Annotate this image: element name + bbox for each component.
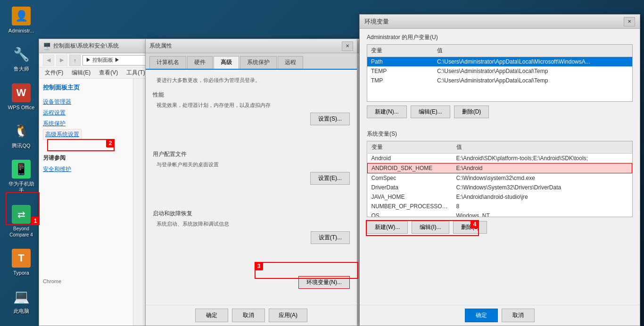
my-computer-label: 此电脑 <box>14 308 29 314</box>
sys-var-row-driverdata[interactable]: DriverDataC:\Windows\System32\Drivers\Dr… <box>368 183 632 192</box>
env-ok-button[interactable]: 确定 <box>465 309 498 322</box>
user-var-path-name: Path <box>367 57 433 67</box>
cp-sidebar-link-protection[interactable]: 系统保护 <box>43 118 129 129</box>
env-cancel-button[interactable]: 取消 <box>502 309 535 322</box>
up-button[interactable]: ↑ <box>69 55 81 66</box>
section-startup: 启动和故障恢复 系统启动、系统故障和调试信息 设置(T)... <box>153 210 350 262</box>
icon-wps[interactable]: W WPS Office <box>5 82 38 113</box>
sys-var-value-android: E:\Android\SDK\platform-tools;E:\Android… <box>453 154 632 163</box>
my-computer-icon: 💻 <box>12 287 31 306</box>
cp-sidebar-home[interactable]: 控制面板主页 <box>43 83 129 92</box>
wps-label: WPS Office <box>8 104 35 111</box>
tab-computer[interactable]: 计算机名 <box>149 56 186 69</box>
section-performance: 性能 视觉效果，处理器计划，内存使用，以及虚拟内存 设置(S)... <box>153 91 350 143</box>
icon-beyond-compare[interactable]: ⇄ Beyond Compare 4 <box>5 203 38 240</box>
cp-sidebar: 控制面板主页 设备管理器 远程设置 系统保护 高级系统设置 另请参阅 安全和维护… <box>39 79 133 326</box>
icon-my-computer[interactable]: 💻 此电脑 <box>5 285 38 316</box>
sys-var-value-comspec: C:\Windows\system32\cmd.exe <box>453 173 632 183</box>
sys-var-row-android[interactable]: AndroidE:\Android\SDK\platform-tools;E:\… <box>368 154 632 163</box>
sys-props-titlebar[interactable]: 系统属性 ✕ <box>146 39 357 53</box>
user-var-temp-name: TEMP <box>367 66 433 76</box>
tab-remote[interactable]: 远程 <box>278 56 303 69</box>
icon-network[interactable]: 🌐 网络 <box>5 323 38 326</box>
performance-btn[interactable]: 设置(S)... <box>310 113 350 125</box>
startup-title: 启动和故障恢复 <box>153 210 350 218</box>
sys-props-cancel[interactable]: 取消 <box>232 309 265 322</box>
back-button[interactable]: ◀ <box>43 55 54 66</box>
user-var-row-temp[interactable]: TEMP C:\Users\Administrator\AppData\Loca… <box>367 66 632 76</box>
user-profiles-desc: 与登录帐户相关的桌面设置 <box>153 161 350 168</box>
cp-sidebar-link-device[interactable]: 设备管理器 <box>43 97 129 107</box>
section-user-profiles: 用户配置文件 与登录帐户相关的桌面设置 设置(E)... <box>153 150 350 203</box>
sys-var-row-number_of_processors[interactable]: NUMBER_OF_PROCESSORS8 <box>368 202 632 211</box>
env-close-button[interactable]: ✕ <box>624 17 635 26</box>
sys-new-button[interactable]: 新建(W)... <box>367 221 408 234</box>
sys-var-col-value: 值 <box>453 141 632 154</box>
huawei-label: 华为手机助手 <box>7 180 36 194</box>
sys-props-apply[interactable]: 应用(A) <box>269 309 307 322</box>
user-delete-button[interactable]: 删除(D) <box>454 106 489 118</box>
sys-var-name-driverdata: DriverData <box>368 183 453 192</box>
user-var-tmp-name: TMP <box>367 76 433 85</box>
typora-label: Typora <box>13 269 29 276</box>
dialog-footer: 确定 取消 应用(A) <box>146 305 357 326</box>
cp-sidebar-link-security[interactable]: 安全和维护 <box>43 164 129 175</box>
icon-ludashi[interactable]: 🔧 鲁大师 <box>5 43 38 74</box>
control-panel-icon: 🖥️ <box>43 42 50 50</box>
tab-advanced[interactable]: 高级 <box>214 56 239 69</box>
sys-var-value-java_home: E:\Android\android-studio\jre <box>453 192 632 202</box>
user-var-col-value: 值 <box>433 45 632 57</box>
sys-var-value-driverdata: C:\Windows\System32\Drivers\DriverData <box>453 183 632 192</box>
sys-props-controls: ✕ <box>342 41 353 51</box>
user-vars-table-wrapper: 变量 值 Path C:\Users\Administrator\AppData… <box>367 44 633 102</box>
user-var-row-path[interactable]: Path C:\Users\Administrator\AppData\Loca… <box>367 57 632 67</box>
sys-edit-button[interactable]: 编辑(I)... <box>412 221 449 234</box>
sys-var-row-android_sdk_home[interactable]: ANDROID_SDK_HOMEE:\Android <box>368 163 632 173</box>
cp-sidebar-more-section: 另请参阅 安全和维护 <box>43 154 129 175</box>
menu-view[interactable]: 查看(V) <box>95 68 122 78</box>
user-var-col-name: 变量 <box>367 45 433 57</box>
user-vars-section: Administrator 的用户变量(U) 变量 值 Path <box>360 29 640 125</box>
sys-props-title: 系统属性 <box>149 42 172 50</box>
desktop: 👤 Administr... 🔧 鲁大师 W WPS Office 🐧 腾讯QQ… <box>0 0 644 326</box>
icon-huawei[interactable]: 📱 华为手机助手 <box>5 158 38 196</box>
sys-vars-actions: 4 新建(W)... 编辑(I)... 删除(L) <box>367 221 633 234</box>
tab-hardware[interactable]: 硬件 <box>187 56 213 69</box>
dialog-tabs: 计算机名 硬件 高级 系统保护 远程 <box>146 53 357 70</box>
icon-qq[interactable]: 🐧 腾讯QQ <box>5 120 38 151</box>
sys-var-name-number_of_processors: NUMBER_OF_PROCESSORS <box>368 202 453 211</box>
user-var-row-tmp[interactable]: TMP C:\Users\Administrator\AppData\Local… <box>367 76 632 85</box>
user-edit-button[interactable]: 编辑(E)... <box>411 106 450 118</box>
cp-sidebar-link-remote[interactable]: 远程设置 <box>43 107 129 118</box>
sys-var-row-comspec[interactable]: ComSpecC:\Windows\system32\cmd.exe <box>368 173 632 183</box>
user-var-tmp-value: C:\Users\Administrator\AppData\Local\Tem… <box>433 76 632 85</box>
user-vars-scroll[interactable]: 变量 值 Path C:\Users\Administrator\AppData… <box>367 45 632 101</box>
control-panel-title: 控制面板\系统和安全\系统 <box>53 42 119 50</box>
sys-vars-scroll[interactable]: 变量 值 AndroidE:\Android\SDK\platform-tool… <box>367 141 632 217</box>
sys-props-close[interactable]: ✕ <box>342 41 353 51</box>
user-new-button[interactable]: 新建(N)... <box>367 106 407 118</box>
sys-vars-title: 系统变量(S) <box>367 130 633 138</box>
desktop-icon-list: 👤 Administr... 🔧 鲁大师 W WPS Office 🐧 腾讯QQ… <box>5 5 38 326</box>
menu-edit[interactable]: 编辑(E) <box>68 68 94 78</box>
menu-file[interactable]: 文件(F) <box>41 68 67 78</box>
icon-administrator[interactable]: 👤 Administr... <box>5 5 38 36</box>
sys-var-row-java_home[interactable]: JAVA_HOMEE:\Android\android-studio\jre <box>368 192 632 202</box>
sys-props-ok[interactable]: 确定 <box>195 309 228 322</box>
ludashi-label: 鲁大师 <box>14 65 29 72</box>
tab-protection[interactable]: 系统保护 <box>240 56 277 69</box>
env-vars-button[interactable]: 环境变量(N)... <box>298 276 350 289</box>
sys-var-row-os[interactable]: OSWindows_NT <box>368 211 632 217</box>
icon-typora[interactable]: T Typora <box>5 247 38 278</box>
sys-vars-section: 系统变量(S) 变量 值 AndroidE:\Android\SDK\platf… <box>360 125 640 241</box>
user-vars-actions: 新建(N)... 编辑(E)... 删除(D) <box>367 106 633 118</box>
cp-sidebar-link-advanced[interactable]: 高级系统设置 <box>43 129 82 140</box>
forward-button[interactable]: ▶ <box>56 55 67 66</box>
env-titlebar[interactable]: 环境变量 ✕ <box>360 15 640 29</box>
performance-desc: 视觉效果，处理器计划，内存使用，以及虚拟内存 <box>153 102 350 109</box>
user-profiles-btn[interactable]: 设置(E)... <box>310 172 350 185</box>
qq-label: 腾讯QQ <box>12 142 30 149</box>
startup-btn[interactable]: 设置(T)... <box>311 231 350 244</box>
sys-var-value-os: Windows_NT <box>453 211 632 217</box>
sys-delete-button[interactable]: 删除(L) <box>453 221 487 234</box>
